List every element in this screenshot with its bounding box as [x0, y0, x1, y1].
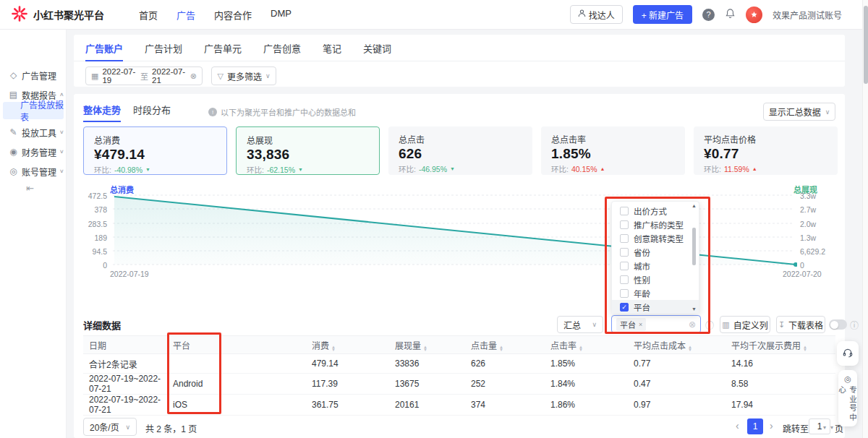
sidebar-item-finance[interactable]: ◉ 财务管理 ∨: [0, 144, 67, 160]
nav-dmp[interactable]: DMP: [271, 8, 292, 22]
metric-card-ctr[interactable]: 总点击率 1.85% 环比:40.15%▲: [541, 126, 685, 175]
checkbox[interactable]: [620, 262, 629, 270]
collapse-carets-icon[interactable]: ▾▾: [823, 424, 838, 431]
bell-icon[interactable]: [725, 8, 736, 21]
scroll-down-icon[interactable]: ▼: [691, 306, 697, 312]
col-cost[interactable]: 消费▲▼: [306, 336, 389, 354]
sort-icon[interactable]: ▲▼: [499, 345, 503, 351]
prev-page-icon[interactable]: ‹: [736, 420, 739, 431]
date-end[interactable]: 2022-07-21: [152, 67, 187, 85]
new-ad-button[interactable]: + 新建广告: [633, 5, 692, 24]
date-start[interactable]: 2022-07-19: [102, 67, 137, 85]
dropdown-item-city[interactable]: 城市: [612, 259, 699, 272]
new-ad-label: + 新建广告: [642, 9, 684, 21]
summary-select[interactable]: 汇总 ∨: [557, 316, 603, 333]
y-tick: 0: [800, 261, 804, 270]
custom-columns-button[interactable]: ▥ 自定义列: [720, 316, 770, 333]
report-panel: 整体走势 时段分布 ! 以下为聚光平台和推广中心的数据总和 显示汇总数据 ∨ 总…: [74, 94, 845, 438]
date-range-picker[interactable]: ▦ 2022-07-19 至 2022-07-21 ⊗: [85, 66, 203, 85]
dropdown-scrollbar[interactable]: ▲ ▼: [691, 203, 697, 312]
metric-card-total-clicks[interactable]: 总点击 626 环比:-46.95%▼: [388, 126, 532, 175]
page-scrollbar[interactable]: [862, 0, 868, 438]
checkbox[interactable]: [620, 289, 629, 298]
sidebar-item-delivery-tools[interactable]: ✎ 投放工具 ∨: [0, 124, 67, 140]
col-avg-cpc[interactable]: 平均点击成本▲▼: [628, 336, 726, 354]
avatar[interactable]: [746, 7, 762, 23]
cell: 626: [465, 354, 545, 374]
checkbox[interactable]: [620, 207, 629, 215]
more-filters-button[interactable]: ▽ 更多筛选 ∨: [211, 66, 276, 85]
table-row-android[interactable]: 2022-07-19~2022-07-21 Android 117.39 136…: [83, 374, 835, 395]
compare-toggle[interactable]: [829, 319, 847, 330]
nav-content-coop[interactable]: 内容合作: [214, 8, 252, 22]
logo[interactable]: 小红书聚光平台: [12, 6, 104, 24]
checkbox[interactable]: [620, 248, 629, 257]
col-clicks[interactable]: 点击量▲▼: [465, 336, 545, 354]
col-cpm[interactable]: 平均千次展示费用▲▼: [726, 336, 835, 354]
pro-account-center-tab[interactable]: ◎ 专业号中心: [838, 370, 857, 426]
tab-ad-account[interactable]: 广告账户: [85, 35, 123, 61]
tab-time-distribution[interactable]: 时段分布: [133, 103, 171, 121]
sort-icon[interactable]: ▲▼: [423, 345, 427, 351]
dropdown-item-gender[interactable]: 性别: [612, 272, 699, 286]
sidebar: ◇ 广告管理 ▤ 数据报告 ∧ 广告投放报表 ✎ 投放工具 ∨ ◉ 财务管理 ∨…: [0, 30, 67, 438]
col-ctr[interactable]: 点击率▲▼: [545, 336, 628, 354]
dropdown-item-age[interactable]: 年龄: [612, 286, 699, 300]
page-size-select[interactable]: 20条/页 ∨: [83, 418, 137, 436]
table-row-ios[interactable]: 2022-07-19~2022-07-21 iOS 361.75 20161 3…: [83, 395, 835, 416]
clear-select-icon[interactable]: ⊗: [689, 319, 696, 330]
metric-card-total-cost[interactable]: 总消费 ¥479.14 环比:-40.98%▼: [83, 126, 227, 175]
dropdown-item-bid-method[interactable]: 出价方式: [612, 204, 699, 218]
nav-home[interactable]: 首页: [139, 8, 158, 22]
customer-service-button[interactable]: [837, 341, 859, 366]
y-tick: 0: [81, 261, 107, 270]
page-scrollbar-thumb[interactable]: [864, 6, 868, 84]
checkbox[interactable]: [620, 275, 629, 284]
col-impressions[interactable]: 展现量▲▼: [389, 336, 465, 354]
display-summary-select[interactable]: 显示汇总数据 ∨: [763, 103, 835, 121]
sort-icon[interactable]: ▲▼: [331, 345, 336, 351]
account-name[interactable]: 效果产品测试账号: [773, 9, 842, 21]
nav-ads[interactable]: 广告: [176, 8, 195, 22]
scroll-up-icon[interactable]: ▲: [691, 203, 697, 208]
col-date[interactable]: 日期: [83, 336, 167, 354]
dropdown-item-promo-target-type[interactable]: 推广标的类型: [612, 218, 699, 231]
dropdown-item-creative-jump-type[interactable]: 创意跳转类型: [612, 231, 699, 245]
tab-notes[interactable]: 笔记: [323, 35, 341, 61]
metric-card-total-impressions[interactable]: 总展现 33,836 环比:-62.15%▼: [236, 126, 380, 175]
clear-date-icon[interactable]: ⊗: [190, 72, 197, 81]
checkbox[interactable]: [620, 234, 629, 243]
dimension-filter-select[interactable]: 平台 × ⊗: [611, 315, 701, 333]
sidebar-item-ad-management[interactable]: ◇ 广告管理: [0, 67, 67, 83]
sort-icon[interactable]: ▲▼: [803, 345, 807, 351]
next-page-icon[interactable]: ›: [770, 420, 773, 431]
cell: 合计2条记录: [83, 354, 167, 374]
sort-icon[interactable]: ▲▼: [688, 345, 692, 351]
help-icon[interactable]: ?: [702, 9, 715, 21]
cell: 1.84%: [545, 374, 628, 395]
tab-ad-unit[interactable]: 广告单元: [204, 35, 242, 61]
sidebar-item-ad-delivery-report[interactable]: 广告投放报表: [3, 102, 64, 119]
metric-card-avg-cpc[interactable]: 平均点击价格 ¥0.77 环比:11.59%▲: [694, 126, 838, 175]
col-platform[interactable]: 平台: [167, 336, 306, 354]
tab-ad-plan[interactable]: 广告计划: [145, 35, 182, 61]
sidebar-collapse-icon[interactable]: ⇤: [26, 183, 34, 194]
tab-overall-trend[interactable]: 整体走势: [83, 103, 121, 122]
ratio-prefix: 环比:: [247, 164, 264, 175]
page-number-button[interactable]: 1: [747, 418, 763, 434]
tab-ad-creative[interactable]: 广告创意: [263, 35, 301, 61]
checkbox-checked[interactable]: ✓: [620, 303, 629, 312]
table-row-summary[interactable]: 合计2条记录 479.14 33836 626 1.85% 0.77 14.16: [83, 354, 835, 374]
dropdown-item-province[interactable]: 省份: [612, 245, 699, 259]
find-talent-button[interactable]: 找达人: [570, 5, 623, 24]
metric-value: 33,836: [247, 147, 369, 163]
download-table-button[interactable]: ↧ 下载表格: [776, 316, 825, 333]
cell: 252: [465, 374, 545, 395]
checkbox[interactable]: [620, 220, 629, 229]
tab-keywords[interactable]: 关键词: [363, 35, 391, 61]
sort-icon[interactable]: ▲▼: [579, 345, 583, 351]
scroll-thumb[interactable]: [692, 228, 696, 265]
dropdown-item-platform[interactable]: ✓平台: [612, 300, 699, 314]
sidebar-item-account[interactable]: ◎ 账号管理 ∨: [0, 163, 67, 179]
chip-remove-icon[interactable]: ×: [639, 321, 642, 328]
